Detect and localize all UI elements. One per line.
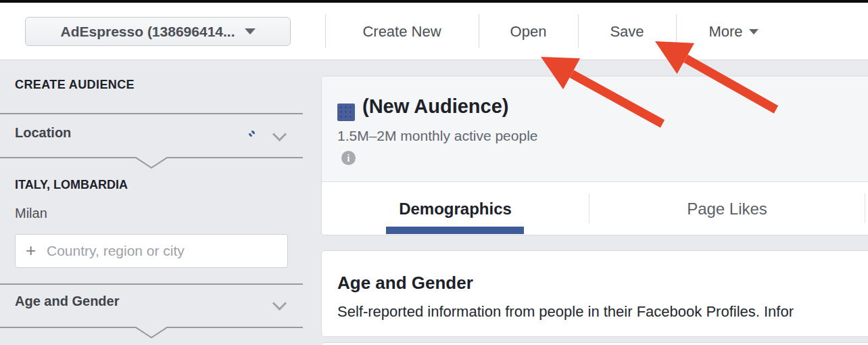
location-search-input[interactable] (16, 235, 287, 267)
tab-demographics-label: Demographics (399, 200, 512, 218)
info-icon[interactable]: i (341, 151, 356, 165)
tab-page-likes[interactable]: Page Likes (589, 182, 865, 235)
loading-spinner-icon (249, 131, 255, 137)
account-dropdown[interactable]: AdEspresso (138696414... (25, 17, 291, 46)
sidebar-title: CREATE AUDIENCE (15, 78, 135, 92)
location-search-field: + (15, 234, 288, 268)
chevron-down-icon (749, 29, 758, 34)
section-notch (136, 327, 167, 339)
age-gender-card-description: Self-reported information from people in… (337, 303, 868, 321)
active-tab-indicator (386, 227, 524, 234)
audience-size-text: 1.5M–2M monthly active people (337, 128, 538, 144)
age-gender-card-title: Age and Gender (337, 273, 473, 294)
chevron-down-icon (245, 28, 256, 34)
more-label: More (708, 23, 742, 41)
create-new-label: Create New (362, 23, 441, 41)
next-card-top (321, 342, 868, 345)
location-section-label: Location (15, 125, 71, 141)
audience-title: (New Audience) (362, 95, 508, 118)
account-dropdown-label: AdEspresso (138696414... (61, 24, 235, 40)
audience-header: (New Audience) 1.5M–2M monthly active pe… (322, 76, 868, 182)
selected-city-label: Milan (15, 206, 47, 221)
open-button[interactable]: Open (479, 3, 578, 60)
chevron-down-icon (272, 296, 287, 310)
age-gender-section-label: Age and Gender (15, 294, 119, 309)
chevron-down-icon (272, 127, 287, 141)
tab-demographics[interactable]: Demographics (322, 182, 589, 235)
create-new-button[interactable]: Create New (325, 3, 479, 60)
toolbar: AdEspresso (138696414... Create New Open… (0, 3, 868, 60)
audience-summary-card: (New Audience) 1.5M–2M monthly active pe… (321, 76, 868, 235)
age-gender-card: Age and Gender Self-reported information… (321, 250, 868, 337)
more-button[interactable]: More (676, 3, 791, 60)
tab-bar: Demographics Page Likes (322, 182, 868, 235)
open-label: Open (510, 23, 547, 41)
save-label: Save (610, 23, 644, 41)
create-audience-sidebar: CREATE AUDIENCE Location ITALY, LOMBARDI… (0, 60, 303, 345)
save-button[interactable]: Save (578, 3, 676, 60)
tab-page-likes-label: Page Likes (687, 200, 767, 218)
sidebar-divider (0, 113, 303, 114)
section-notch (136, 157, 167, 169)
tab-divider (865, 193, 865, 223)
audience-icon (337, 104, 355, 121)
info-glyph: i (347, 153, 350, 164)
selected-region-label: ITALY, LOMBARDIA (15, 178, 128, 192)
sidebar-divider (0, 283, 303, 285)
